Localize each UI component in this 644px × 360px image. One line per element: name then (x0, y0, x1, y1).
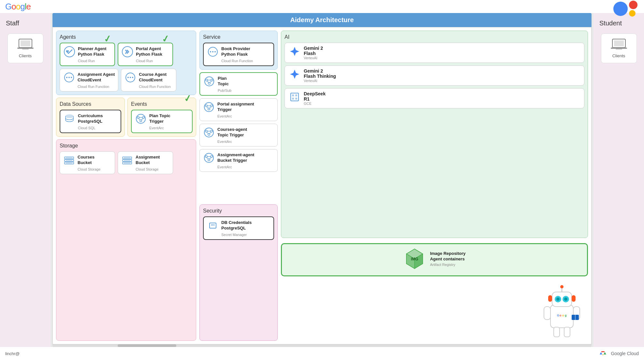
assignment-card-inner: Assignment Agent CloudEvent (63, 72, 115, 83)
google-logo: Google (5, 2, 31, 12)
svg-text:o: o (560, 314, 562, 317)
db-credentials-name: DB Credentials PostgreSQL (221, 220, 252, 231)
courses-bucket-sub: Cloud Storage (63, 167, 100, 171)
svg-point-37 (214, 51, 216, 52)
svg-point-85 (560, 285, 564, 288)
portal-assignment-line2: Trigger (217, 107, 254, 113)
courses-agent-name: Courses-agent Topic Trigger (217, 127, 247, 138)
col-left: Agents ✓ (56, 31, 196, 341)
gemini-thinking-line1: Gemini 2 (304, 68, 336, 74)
artifact-registry-box: IMG Image Repository Agent containers Ar… (281, 243, 588, 276)
svg-point-9 (71, 77, 72, 78)
staff-client-card: Clients (7, 34, 43, 63)
portal-assignment-card: Portal assignment Trigger EventArc (199, 98, 278, 121)
svg-point-38 (205, 77, 214, 86)
pubsub-icon (203, 76, 215, 87)
planner-sub: Cloud Run (64, 59, 95, 63)
assignment-name-line1: Assignment Agent (78, 72, 115, 77)
svg-rect-1 (21, 40, 30, 46)
book-provider-card: Book Provider Python Flask Cloud Run Fun… (203, 43, 274, 66)
student-laptop-icon (611, 38, 627, 51)
course-agent-icon (124, 72, 136, 83)
courses-agent-line1: Courses-agent (217, 127, 247, 132)
portal-assignment-name: Portal assignment Trigger (217, 102, 254, 113)
plan-topic-pubsub-inner: Plan Topic (203, 76, 229, 87)
plan-topic-name: Plan Topic Trigger (149, 113, 170, 124)
col-right: AI Gemini 2 Flash VertexAI (281, 31, 588, 341)
svg-point-14 (66, 115, 73, 118)
book-provider-line1: Book Provider (221, 46, 250, 52)
plan-topic-pubsub-sub: Pub/Sub (203, 89, 231, 92)
svg-point-54 (211, 130, 212, 132)
storage-icon-courses (63, 154, 75, 166)
portal-agent-card: ✓ Portal Agent Python Flask (118, 43, 173, 66)
staff-client-label: Clients (19, 53, 32, 58)
robot-svg: G o o g (536, 282, 588, 341)
assignment-bucket-card: Assignment Bucket Cloud Storage (118, 151, 173, 174)
svg-text:G: G (557, 314, 559, 317)
svg-point-39 (206, 79, 208, 81)
robot-illustration: G o o g (281, 279, 588, 341)
svg-point-45 (204, 103, 213, 112)
gemini-flash-line2: Flash (304, 51, 323, 56)
planner-agent-card: ✓ Planner Agent (60, 43, 115, 66)
datasources-section: Data Sources Curriculums Pos (56, 98, 125, 137)
assignment-name: Assignment Agent CloudEvent (78, 72, 115, 83)
svg-line-57 (207, 132, 209, 134)
assignment-agent-trigger-inner: Assignment-agent Bucket Trigger (203, 152, 254, 164)
svg-point-59 (204, 153, 213, 162)
bottom-bar: linchr@ Google Cloud (0, 347, 644, 360)
google-cloud-label: Google Cloud (611, 351, 639, 356)
planner-name-line1: Planner Agent (78, 46, 107, 52)
svg-text:g: g (565, 314, 567, 317)
svg-text:***: *** (211, 224, 215, 228)
events-section: Events ✓ (127, 98, 196, 137)
agents-section: Agents ✓ (56, 31, 196, 95)
assignment-agent-trigger-name: Assignment-agent Bucket Trigger (217, 152, 254, 163)
agents-cards-row: ✓ Planner Agent (60, 43, 193, 66)
course-name: Course Agent CloudEvent (139, 72, 167, 83)
svg-line-51 (209, 107, 211, 108)
svg-rect-72 (295, 98, 297, 100)
student-title: Student (597, 20, 622, 27)
book-provider-sub: Cloud Run Function (207, 59, 253, 63)
portal-name: Portal Agent Python Flask (136, 46, 162, 57)
svg-rect-90 (554, 327, 560, 337)
student-panel: Student Clients (593, 13, 644, 347)
scrollbar[interactable] (52, 344, 592, 347)
portal-card-inner: Portal Agent Python Flask (122, 46, 162, 58)
deepseek-card: DeepSeek R1 GCE (285, 88, 584, 108)
storage-section: Storage (56, 139, 196, 341)
assignment-agent-trigger-sub: EventArc (203, 165, 232, 169)
arch-banner: Aidemy Architecture (52, 13, 592, 27)
deepseek-line1: DeepSeek (304, 91, 326, 96)
svg-rect-70 (295, 94, 297, 96)
db-credentials-line2: PostgreSQL (221, 226, 252, 231)
svg-point-12 (130, 77, 131, 78)
book-provider-line2: Python Flask (221, 52, 250, 57)
svg-rect-69 (292, 94, 294, 96)
svg-rect-71 (292, 98, 294, 100)
planner-name: Planner Agent Python Flask (78, 46, 107, 57)
courses-bucket-card: Courses Bucket Cloud Storage (60, 151, 115, 174)
col-mid: Service Book Provider Python Fl (199, 31, 278, 341)
svg-rect-99 (614, 40, 624, 46)
portal-agent-icon (122, 46, 133, 58)
plan-topic-pubsub-line2: Topic (218, 81, 229, 87)
assignment-agent-trigger-card: Assignment-agent Bucket Trigger EventArc (199, 149, 278, 172)
eventarc-assignment-icon (203, 152, 215, 164)
portal-assignment-line1: Portal assignment (217, 102, 254, 107)
plan-topic-sub: EventArc (135, 126, 164, 130)
svg-point-53 (205, 130, 207, 132)
scrollbar-thumb[interactable] (118, 344, 176, 347)
secret-manager-icon: *** (207, 220, 219, 231)
gemini-thinking-line2: Flash Thinking (304, 74, 336, 79)
events-title: Events (131, 101, 193, 107)
courses-agent-card: Courses-agent Topic Trigger EventArc (199, 124, 278, 146)
portal-assignment-sub: EventArc (203, 114, 232, 118)
staff-panel: Staff Clients (0, 13, 51, 347)
gemini-thinking-sub: VertexAI (304, 79, 336, 83)
gemini-thinking-icon (289, 68, 300, 80)
plan-topic-pubsub-line1: Plan (218, 76, 229, 81)
arch-area: Aidemy Architecture Agents ✓ (51, 13, 593, 347)
